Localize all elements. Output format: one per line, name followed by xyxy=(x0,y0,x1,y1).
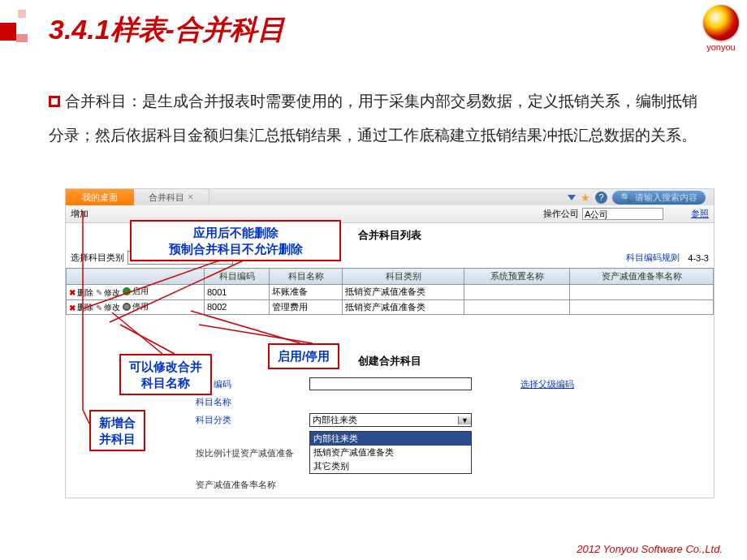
op-company-label: 操作公司 xyxy=(543,208,579,220)
class-dropdown-list[interactable]: 内部往来类 抵销资产减值准备类 其它类别 xyxy=(309,431,472,474)
annotation-text: 科目名称 xyxy=(129,375,202,391)
code-rule-label: 科目编码规则 xyxy=(626,252,680,264)
close-icon[interactable]: ✕ xyxy=(188,193,194,201)
class-select[interactable]: 内部往来类 ▼ xyxy=(309,413,472,427)
annotation-text: 应用后不能删除 xyxy=(140,225,331,241)
form-row-ratio: 按比例计提资产减值准备 内部往来类 抵销资产减值准备类 其它类别 xyxy=(66,429,714,476)
search-placeholder: 请输入搜索内容 xyxy=(635,192,697,204)
table-row: ✖删除 ✎修改 停用 8002 管理费用 抵销资产减值准备类 xyxy=(67,299,714,315)
tab-my-desktop[interactable]: 我的桌面 xyxy=(66,189,134,205)
x-icon: ✖ xyxy=(69,304,76,312)
accounts-table: 科目编码 科目名称 科目类别 系统预置名称 资产减值准备率名称 ✖删除 ✎修改 … xyxy=(66,268,714,315)
x-icon: ✖ xyxy=(69,288,76,297)
annotation-text: 可以修改合并 xyxy=(129,359,202,375)
tab-merge-account[interactable]: 合并科目 ✕ xyxy=(134,189,209,205)
dropdown-option[interactable]: 其它类别 xyxy=(310,459,471,473)
col-ratename: 资产减值准备率名称 xyxy=(570,269,714,285)
annotation-delete-rule: 应用后不能删除 预制合并科目不允许删除 xyxy=(130,220,341,261)
reference-link[interactable]: 参照 xyxy=(691,208,709,220)
modify-button[interactable]: ✎修改 xyxy=(96,287,120,299)
description-paragraph: 合并科目：是生成合并报表时需要使用的，用于采集内部交易数据，定义抵销关系，编制抵… xyxy=(49,84,706,153)
add-button[interactable]: 增加 xyxy=(71,208,89,220)
ratename-label: 资产减值准备率名称 xyxy=(196,479,309,491)
code-input[interactable] xyxy=(309,377,472,390)
delete-button[interactable]: ✖删除 xyxy=(69,287,93,299)
col-category: 科目类别 xyxy=(343,269,464,285)
select-parent-link[interactable]: 选择父级编码 xyxy=(520,378,574,390)
cell-name: 坏账准备 xyxy=(270,285,343,300)
tab-merge-label: 合并科目 xyxy=(149,192,184,204)
table-row: ✖删除 ✎修改 启用 8001 坏账准备 抵销资产减值准备类 xyxy=(67,285,714,300)
cell-rate xyxy=(570,285,714,300)
search-input[interactable]: 🔍 请输入搜索内容 xyxy=(612,191,706,205)
name-label: 科目名称 xyxy=(196,396,309,408)
col-actions xyxy=(67,269,205,285)
annotation-text: 新增合 xyxy=(99,415,136,431)
cell-rate xyxy=(570,299,714,315)
form-row-ratename: 资产减值准备率名称 xyxy=(66,476,714,498)
description-text: 合并科目：是生成合并报表时需要使用的，用于采集内部交易数据，定义抵销关系，编制抵… xyxy=(49,93,697,144)
footer-copyright: 2012 Yonyou Software Co.,Ltd. xyxy=(576,543,723,555)
cell-code: 8001 xyxy=(205,285,270,300)
disable-button[interactable]: 停用 xyxy=(123,301,149,312)
annotation-modify-name: 可以修改合并 科目名称 xyxy=(119,354,212,395)
annotation-enable-disable: 启用/停用 xyxy=(268,343,339,369)
col-sysname: 系统预置名称 xyxy=(464,269,570,285)
help-icon[interactable]: ? xyxy=(595,192,607,204)
bullet-icon xyxy=(49,96,60,107)
star-icon[interactable]: ★ xyxy=(581,192,590,204)
class-label: 科目分类 xyxy=(196,414,309,426)
yonyou-logo: yonyou xyxy=(703,5,739,52)
cell-sys xyxy=(464,285,570,300)
logo-icon xyxy=(703,5,739,41)
col-name: 科目名称 xyxy=(270,269,343,285)
cell-name: 管理费用 xyxy=(270,299,343,315)
dropdown-option[interactable]: 内部往来类 xyxy=(310,432,471,446)
name-input[interactable] xyxy=(309,395,472,408)
delete-button[interactable]: ✖删除 xyxy=(69,302,93,313)
ratio-label: 按比例计提资产减值准备 xyxy=(196,447,309,459)
cell-code: 8002 xyxy=(205,299,270,315)
search-icon: 🔍 xyxy=(620,192,632,203)
enable-icon xyxy=(123,287,131,295)
annotation-add-new: 新增合 并科目 xyxy=(89,410,145,451)
app-tabbar: 我的桌面 合并科目 ✕ ★ ? 🔍 请输入搜索内容 xyxy=(66,189,714,205)
cell-cat: 抵销资产减值准备类 xyxy=(343,285,464,300)
pencil-icon: ✎ xyxy=(96,288,102,297)
chevron-down-icon: ▼ xyxy=(458,416,471,424)
dropdown-icon[interactable] xyxy=(568,195,576,200)
form-row-class: 科目分类 内部往来类 ▼ xyxy=(66,411,714,429)
dropdown-option[interactable]: 抵销资产减值准备类 xyxy=(310,446,471,459)
cell-cat: 抵销资产减值准备类 xyxy=(343,299,464,315)
code-rule-value: 4-3-3 xyxy=(688,253,709,263)
slide-title: 3.4.1样表-合并科目 xyxy=(49,11,285,49)
col-code: 科目编码 xyxy=(205,269,270,285)
form-row-name: 科目名称 xyxy=(66,393,714,411)
annotation-text: 预制合并科目不允许删除 xyxy=(140,241,331,257)
code-label: 科目编码 xyxy=(196,378,309,390)
class-select-value: 内部往来类 xyxy=(313,414,357,426)
cell-sys xyxy=(464,299,570,315)
pencil-icon: ✎ xyxy=(96,304,102,312)
modify-button[interactable]: ✎修改 xyxy=(96,302,120,313)
disable-icon xyxy=(123,303,131,311)
enable-button[interactable]: 启用 xyxy=(123,286,149,297)
select-category-label: 选择科目类别 xyxy=(71,252,124,264)
annotation-text: 并科目 xyxy=(99,431,136,447)
logo-text: yonyou xyxy=(703,42,739,52)
op-company-input[interactable]: A公司 xyxy=(582,208,663,220)
